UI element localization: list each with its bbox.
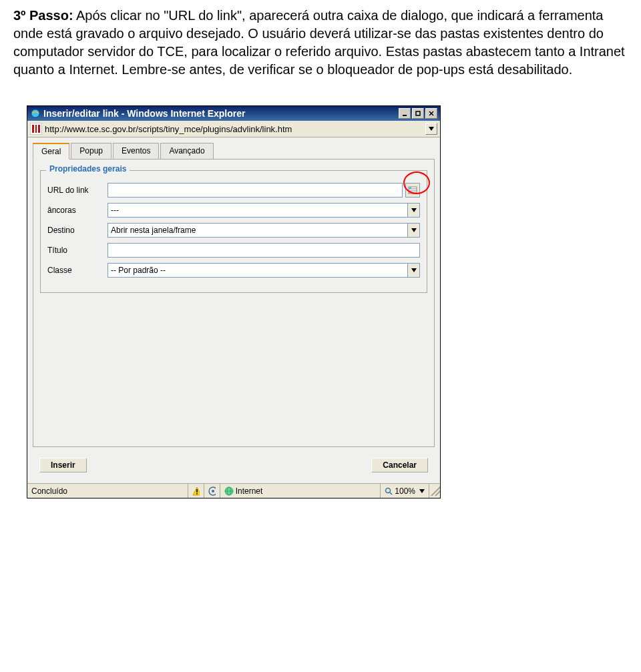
fieldset-propriedades: Propriedades gerais URL do link âncoras … bbox=[40, 170, 427, 293]
svg-rect-5 bbox=[32, 125, 40, 133]
label-title: Título bbox=[47, 246, 108, 255]
address-text: http://www.tce.sc.gov.br/scripts/tiny_mc… bbox=[45, 124, 425, 134]
panel-spacer bbox=[40, 293, 427, 440]
address-dropdown[interactable] bbox=[425, 123, 437, 135]
svg-point-21 bbox=[386, 488, 391, 492]
browse-icon bbox=[408, 186, 417, 195]
row-url: URL do link bbox=[47, 183, 420, 198]
target-select[interactable]: Abrir nesta janela/frame bbox=[108, 223, 420, 238]
anchors-select[interactable]: --- bbox=[108, 203, 420, 218]
svg-point-17 bbox=[212, 490, 214, 492]
chevron-down-icon bbox=[407, 264, 419, 277]
browse-button[interactable] bbox=[405, 183, 420, 198]
button-bar: Inserir Cancelar bbox=[33, 447, 435, 478]
titlebar: Inserir/editar link - Windows Internet E… bbox=[27, 106, 440, 121]
label-class: Classe bbox=[47, 266, 108, 275]
status-bar: Concluído Internet 100% bbox=[27, 483, 440, 498]
site-icon bbox=[30, 123, 42, 135]
status-phishing-icon bbox=[204, 484, 220, 498]
minimize-button[interactable] bbox=[399, 108, 411, 119]
tab-popup[interactable]: Popup bbox=[71, 143, 112, 159]
svg-marker-13 bbox=[193, 487, 200, 495]
svg-rect-6 bbox=[34, 125, 35, 133]
client-area: Geral Popup Eventos Avançado Propriedade… bbox=[27, 137, 440, 483]
close-button[interactable] bbox=[425, 108, 437, 119]
address-bar: http://www.tce.sc.gov.br/scripts/tiny_mc… bbox=[27, 121, 440, 137]
maximize-button[interactable] bbox=[412, 108, 424, 119]
status-warning-icon bbox=[188, 484, 204, 498]
anchors-value: --- bbox=[111, 206, 119, 215]
insert-button[interactable]: Inserir bbox=[39, 458, 87, 472]
title-input[interactable] bbox=[108, 243, 420, 258]
svg-rect-1 bbox=[403, 115, 407, 116]
fieldset-legend: Propriedades gerais bbox=[46, 164, 130, 174]
tab-eventos[interactable]: Eventos bbox=[113, 143, 159, 159]
instruction-paragraph: 3º Passo: Após clicar no "URL do link", … bbox=[0, 0, 641, 92]
tab-strip: Geral Popup Eventos Avançado bbox=[33, 143, 435, 159]
window-title: Inserir/editar link - Windows Internet E… bbox=[43, 108, 399, 119]
svg-rect-12 bbox=[409, 188, 411, 189]
chevron-down-icon bbox=[407, 204, 419, 217]
svg-rect-2 bbox=[416, 111, 420, 115]
row-title: Título bbox=[47, 243, 420, 258]
svg-rect-15 bbox=[196, 493, 198, 494]
tab-avancado[interactable]: Avançado bbox=[160, 143, 213, 159]
url-input[interactable] bbox=[108, 183, 403, 198]
step-title: 3º Passo: bbox=[13, 8, 73, 23]
globe-icon bbox=[224, 486, 234, 496]
svg-line-22 bbox=[390, 492, 392, 494]
label-target: Destino bbox=[47, 226, 108, 235]
status-zone-text: Internet bbox=[236, 486, 263, 496]
label-anchors: âncoras bbox=[47, 206, 108, 215]
zoom-icon bbox=[385, 487, 393, 495]
status-done: Concluído bbox=[27, 484, 188, 498]
svg-rect-14 bbox=[196, 489, 198, 492]
row-class: Classe -- Por padrão -- bbox=[47, 263, 420, 278]
cancel-button[interactable]: Cancelar bbox=[371, 458, 428, 472]
status-zone: Internet bbox=[220, 484, 381, 498]
chevron-down-icon bbox=[407, 224, 419, 237]
status-zoom[interactable]: 100% bbox=[381, 484, 429, 498]
target-value: Abrir nesta janela/frame bbox=[111, 226, 196, 235]
row-anchors: âncoras --- bbox=[47, 203, 420, 218]
row-target: Destino Abrir nesta janela/frame bbox=[47, 223, 420, 238]
status-zoom-text: 100% bbox=[395, 486, 415, 496]
ie-window: Inserir/editar link - Windows Internet E… bbox=[27, 105, 441, 498]
tab-panel: Propriedades gerais URL do link âncoras … bbox=[33, 159, 435, 447]
ie-icon bbox=[30, 108, 41, 119]
window-buttons bbox=[399, 108, 437, 119]
class-value: -- Por padrão -- bbox=[111, 266, 166, 275]
resize-gripper[interactable] bbox=[431, 486, 440, 496]
tab-geral[interactable]: Geral bbox=[33, 143, 69, 159]
svg-rect-7 bbox=[37, 125, 38, 133]
label-url: URL do link bbox=[47, 186, 108, 195]
class-select[interactable]: -- Por padrão -- bbox=[108, 263, 420, 278]
step-body: Após clicar no "URL do link", aparecerá … bbox=[13, 8, 625, 77]
status-done-text: Concluído bbox=[31, 486, 67, 496]
